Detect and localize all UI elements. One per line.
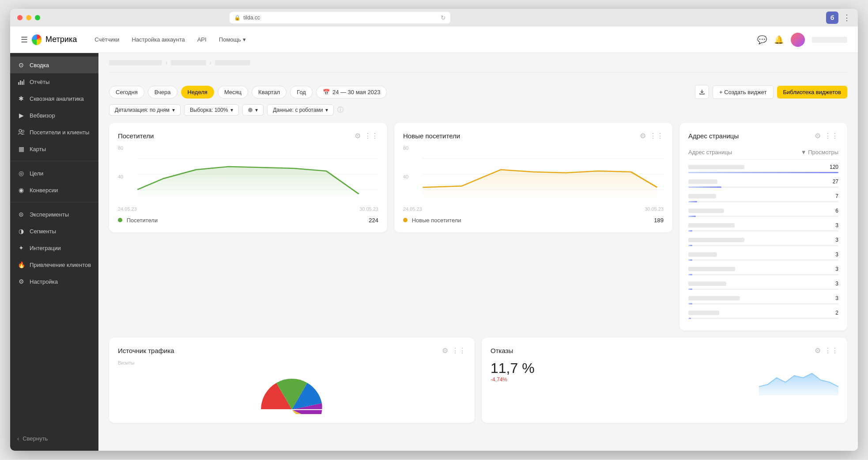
sample-dropdown[interactable]: Выборка: 100% ▾ [184, 104, 239, 116]
bounces-title: Отказы [491, 347, 513, 354]
address-url [688, 238, 744, 242]
info-icon[interactable]: ⓘ [337, 106, 343, 114]
tab-year[interactable]: Год [290, 86, 313, 99]
create-widget-button[interactable]: + Создать виджет [713, 85, 773, 99]
visitors-settings-icon[interactable]: ⚙ [355, 132, 361, 140]
nav-help[interactable]: Помощь ▾ [219, 36, 246, 43]
data-filter-dropdown[interactable]: Данные: с роботами ▾ [267, 104, 334, 116]
url-text: tilda.cc [243, 15, 260, 21]
nav-api[interactable]: API [197, 36, 207, 43]
sidebar-item-experiments[interactable]: ⊜ Эксперименты [10, 206, 98, 223]
sidebar-item-webvisor[interactable]: ▶ Вебвизор [10, 107, 98, 124]
sidebar-item-maps[interactable]: ▦ Карты [10, 141, 98, 157]
address-table-row: 3 [688, 278, 838, 293]
tab-month[interactable]: Месяц [218, 86, 248, 99]
sidebar-item-integrations[interactable]: ✦ Интеграции [10, 240, 98, 256]
nav-account[interactable]: Настройка аккаунта [132, 36, 185, 43]
main-layout: ⊙ Сводка Отчёты ✱ Сквозная аналитика ▶ В… [10, 53, 858, 451]
bounces-mini-chart [759, 360, 838, 397]
new-visitors-date-labels: 24.05.23 30.05.23 [403, 206, 664, 212]
robot-filter-dropdown[interactable]: ▾ [242, 104, 264, 116]
sidebar-item-cross-analytics[interactable]: ✱ Сквозная аналитика [10, 90, 98, 107]
address-bar-bg [688, 303, 838, 304]
new-visitors-settings-icon[interactable]: ⚙ [640, 132, 646, 140]
address-url [688, 209, 724, 213]
content-area: › › Сегодня Вчера Неделя Месяц Квартал Г… [98, 53, 858, 451]
new-visitors-legend-dot [403, 218, 408, 222]
visitors-widget: Посетители ⚙ ⋮⋮ 80 40 [109, 123, 387, 232]
nav-counters[interactable]: Счётчики [94, 36, 119, 43]
address-bar-fill [688, 186, 721, 188]
breadcrumb-part-2 [171, 60, 206, 65]
address-views-value: 3 [835, 251, 838, 258]
traffic-settings-icon[interactable]: ⚙ [442, 346, 448, 355]
new-visitors-count: 189 [654, 217, 664, 224]
robot-dot-icon [248, 108, 253, 112]
library-button[interactable]: Библиотека виджетов [777, 86, 848, 99]
browser-menu-icon[interactable]: ⋮ [843, 13, 851, 23]
export-button[interactable] [695, 85, 709, 99]
sidebar-item-reports[interactable]: Отчёты [10, 73, 98, 90]
breadcrumb-sep-2: › [210, 60, 211, 66]
tab-yesterday[interactable]: Вчера [148, 86, 177, 99]
date-range-button[interactable]: 📅 24 — 30 мая 2023 [316, 86, 387, 99]
close-dot[interactable] [17, 15, 23, 20]
address-bar-fill [688, 318, 691, 319]
tab-today[interactable]: Сегодня [109, 86, 144, 99]
address-bar-bg [688, 216, 838, 217]
address-bar[interactable]: 🔒 tilda.cc ↻ [230, 12, 450, 23]
breadcrumb-part-1 [109, 60, 162, 65]
main-nav: Счётчики Настройка аккаунта API Помощь ▾ [94, 36, 740, 43]
address-url [688, 179, 717, 184]
minimize-dot[interactable] [26, 15, 31, 20]
visitors-date-labels: 24.05.23 30.05.23 [118, 206, 378, 212]
widget-grid-row2: Источник трафика ⚙ ⋮⋮ Визиты [109, 338, 847, 423]
address-widget-title: Адрес страницы [688, 132, 739, 140]
sidebar-item-segments[interactable]: ◑ Сегменты [10, 223, 98, 240]
address-bar-fill [688, 274, 692, 275]
chat-icon[interactable]: 💬 [757, 35, 767, 45]
maximize-dot[interactable] [35, 15, 40, 20]
bounces-grid-icon[interactable]: ⋮⋮ [824, 346, 838, 355]
traffic-grid-icon[interactable]: ⋮⋮ [452, 346, 466, 355]
bell-icon[interactable]: 🔔 [774, 35, 784, 45]
attract-icon: 🔥 [17, 261, 25, 269]
sidebar-item-visitors[interactable]: Посетители и клиенты [10, 124, 98, 141]
breadcrumb-sep-1: › [166, 60, 167, 66]
address-bar-bg [688, 230, 838, 232]
refresh-icon[interactable]: ↻ [441, 14, 446, 21]
sidebar-item-dashboard[interactable]: ⊙ Сводка [10, 57, 98, 73]
address-bar-fill [688, 259, 692, 261]
reports-icon [17, 78, 25, 86]
sidebar-item-conversions[interactable]: ◉ Конверсии [10, 182, 98, 198]
address-bar-fill [688, 172, 838, 173]
dashboard-icon: ⊙ [17, 61, 25, 69]
sidebar-item-attract[interactable]: 🔥 Привлечение клиентов [10, 256, 98, 273]
user-avatar[interactable] [791, 33, 805, 47]
sidebar-item-settings[interactable]: ⚙ Настройка [10, 273, 98, 290]
address-settings-icon[interactable]: ⚙ [815, 132, 821, 140]
detail-dropdown[interactable]: Детализация: по дням ▾ [109, 104, 181, 116]
address-widget-header: Адрес страницы ⚙ ⋮⋮ [688, 132, 838, 140]
tab-quarter[interactable]: Квартал [252, 86, 287, 99]
bounces-chart-svg [759, 360, 838, 395]
sidebar-collapse-button[interactable]: ‹ Свернуть [10, 430, 98, 447]
hamburger-icon[interactable]: ☰ [21, 35, 28, 45]
bounces-settings-icon[interactable]: ⚙ [815, 346, 821, 355]
tab-week[interactable]: Неделя [181, 86, 214, 99]
address-url [688, 281, 726, 286]
address-views-value: 7 [835, 193, 838, 199]
address-bar-bg [688, 274, 838, 275]
nav-right: 💬 🔔 [757, 33, 847, 47]
visitors-grid-icon[interactable]: ⋮⋮ [364, 132, 378, 140]
new-visitors-grid-icon[interactable]: ⋮⋮ [649, 132, 664, 140]
sidebar-item-goals[interactable]: ◎ Цели [10, 165, 98, 182]
address-table-row: 7 [688, 190, 838, 205]
yandex-browser-icon[interactable]: б [826, 11, 838, 24]
address-views-value: 3 [835, 266, 838, 272]
address-bar-fill [688, 230, 692, 232]
address-grid-icon[interactable]: ⋮⋮ [824, 132, 838, 140]
new-visitors-widget-actions: ⚙ ⋮⋮ [640, 132, 664, 140]
svg-marker-10 [137, 167, 359, 198]
traffic-source-actions: ⚙ ⋮⋮ [442, 346, 466, 355]
